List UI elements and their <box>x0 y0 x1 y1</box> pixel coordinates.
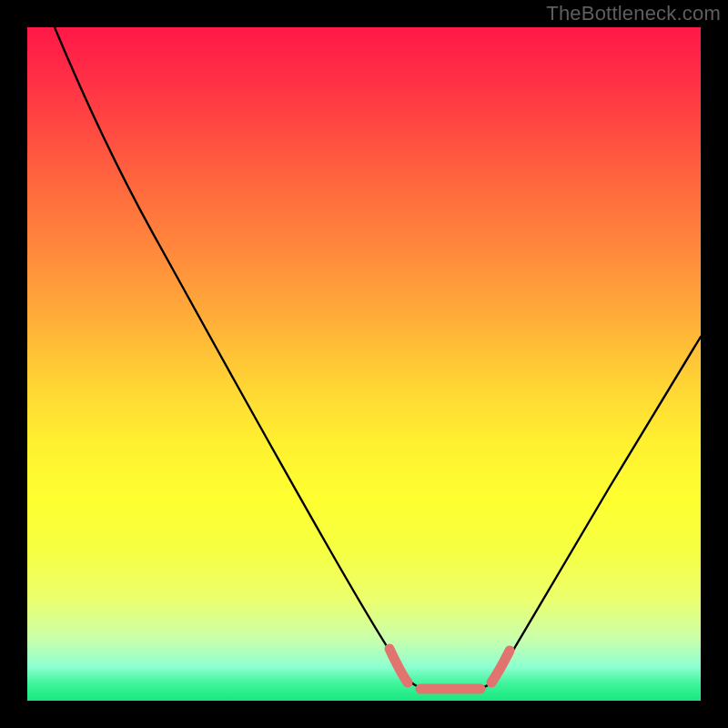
curve-layer <box>27 27 701 701</box>
watermark-text: TheBottleneck.com <box>546 2 721 25</box>
bottleneck-curve <box>55 27 701 688</box>
highlight-left <box>389 649 408 682</box>
plot-area <box>27 27 701 701</box>
chart-frame: TheBottleneck.com <box>0 0 728 728</box>
highlight-right <box>491 651 510 682</box>
